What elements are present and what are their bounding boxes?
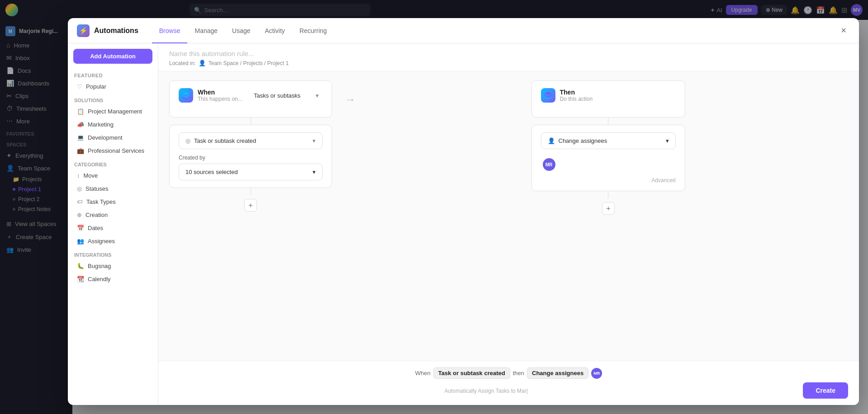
automation-builder: When This happens on... Tasks or subtask… [158,71,859,361]
automation-name-input[interactable] [169,50,848,57]
trigger-chevron-icon: ▾ [316,92,319,99]
ms-item-bugsnag[interactable]: 🐛 Bugsnag [71,259,155,273]
calendly-icon: 📆 [77,276,84,282]
action-selector[interactable]: 👤 Change assignees ▾ [541,132,676,149]
ms-item-popular[interactable]: ♡ Popular [71,80,155,93]
when-section: When This happens on... Tasks or subtask… [169,80,332,212]
action-icon: 👤 [548,137,555,144]
creation-icon: ⊕ [77,212,82,218]
advanced-link[interactable]: Advanced [541,177,676,183]
builder-cards-row: When This happens on... Tasks or subtask… [169,80,848,215]
assignees-label: Assignees [88,238,115,245]
categories-section-label: Categories [68,157,158,169]
pro-services-label: Professional Services [88,147,144,154]
popular-icon: ♡ [77,83,82,90]
modal-close-button[interactable]: × [837,24,850,38]
bugsnag-icon: 🐛 [77,263,84,269]
when-title: When [198,89,242,96]
project-mgmt-label: Project Management [88,108,142,115]
modal-body: Add Automation Featured ♡ Popular Soluti… [68,43,859,405]
sources-chevron-icon: ▾ [313,169,316,175]
add-when-condition-button[interactable]: ＋ [244,199,257,212]
location-team-icon: 👤 [199,60,206,66]
tab-manage[interactable]: Manage [187,19,225,43]
marketing-label: Marketing [88,121,114,128]
then-header-card: Then Do this action [531,80,685,118]
ms-item-move[interactable]: ↕ Move [71,169,155,182]
ms-item-development[interactable]: 💻 Development [71,131,155,144]
pro-services-icon: 💼 [77,147,84,154]
condition-selector[interactable]: ◎ Task or subtask created ▾ [179,132,323,149]
ms-item-statuses[interactable]: ◎ Statuses [71,182,155,195]
modal-header-icon: ⚡ [77,24,90,37]
task-types-label: Task Types [86,198,116,205]
then-v-connector [608,118,608,125]
ms-item-task-types[interactable]: 🏷 Task Types [71,195,155,208]
sources-selector[interactable]: 10 sources selected ▾ [179,164,323,180]
condition-icon: ◎ [185,137,190,144]
then-card-logo [541,88,555,103]
ms-item-marketing[interactable]: 📣 Marketing [71,118,155,131]
tab-browse[interactable]: Browse [152,19,188,43]
ms-item-dates[interactable]: 📅 Dates [71,221,155,235]
featured-section-label: Featured [68,71,158,80]
created-by-label: Created by [179,155,323,161]
summary-trigger-pill: Task or subtask created [433,367,510,379]
when-condition-card: ◎ Task or subtask created ▾ Created by 1… [169,125,332,188]
dates-icon: 📅 [77,225,84,231]
location-label: Located in: [169,60,196,66]
move-icon: ↕ [77,172,80,179]
creation-label: Creation [85,212,108,218]
ms-item-assignees[interactable]: 👥 Assignees [71,235,155,248]
summary-footer: Automatically Assign Tasks to Mar| Creat… [169,382,848,399]
auto-assign-text: Automatically Assign Tasks to Mar| [445,388,528,394]
trigger-label: Tasks or subtasks [254,92,300,99]
move-label: Move [84,172,98,179]
tab-activity[interactable]: Activity [258,19,292,43]
condition-chevron-icon: ▾ [313,137,316,144]
tab-usage[interactable]: Usage [225,19,257,43]
then-title: Then [560,89,593,96]
arrow-connector: → [332,80,368,106]
condition-label: Task or subtask created [194,137,256,144]
assignee-row: MR [541,155,676,174]
automations-modal: ⚡ Automations Browse Manage Usage Activi… [68,18,859,405]
calendly-label: Calendly [88,276,111,282]
mr-avatar: MR [543,158,555,171]
ms-item-pro-services[interactable]: 💼 Professional Services [71,144,155,157]
development-label: Development [88,134,123,141]
marketing-icon: 📣 [77,121,84,128]
modal-main: Located in: 👤 Team Space / Projects / Pr… [158,43,859,405]
ms-item-project-mgmt[interactable]: 📋 Project Management [71,105,155,118]
statuses-label: Statuses [85,185,109,192]
solutions-section-label: Solutions [68,93,158,105]
add-then-action-button[interactable]: ＋ [602,202,615,215]
popular-label: Popular [86,83,106,90]
create-automation-button[interactable]: Create [803,382,848,399]
trigger-selector-btn[interactable]: Tasks or subtasks ▾ [250,90,323,101]
then-section: Then Do this action [368,80,848,215]
ms-item-calendly[interactable]: 📆 Calendly [71,273,155,286]
when-header-card: When This happens on... Tasks or subtask… [169,80,332,118]
automation-location: Located in: 👤 Team Space / Projects / Pr… [169,60,848,66]
summary-then-text: then [513,370,524,376]
summary-when-text: When [415,370,431,376]
summary-avatar: MR [591,368,602,379]
modal-tabs: Browse Manage Usage Activity Recurring [152,18,334,43]
task-types-icon: 🏷 [77,198,83,205]
assignees-icon: 👥 [77,238,84,245]
statuses-icon: ◎ [77,185,82,192]
modal-header: ⚡ Automations Browse Manage Usage Activi… [68,18,859,43]
then-bottom-connector [608,191,608,198]
tab-recurring[interactable]: Recurring [292,19,334,43]
ms-item-creation[interactable]: ⊕ Creation [71,208,155,221]
modal-title: Automations [94,27,138,35]
location-path: Team Space / Projects / Project 1 [209,60,289,66]
add-automation-button[interactable]: Add Automation [73,49,152,64]
bugsnag-label: Bugsnag [88,263,111,269]
development-icon: 💻 [77,134,84,141]
automation-summary: When Task or subtask created then Change… [158,361,859,405]
when-bottom-connector [251,188,251,195]
arrow-icon: → [345,93,356,106]
summary-pills: When Task or subtask created then Change… [415,367,602,379]
